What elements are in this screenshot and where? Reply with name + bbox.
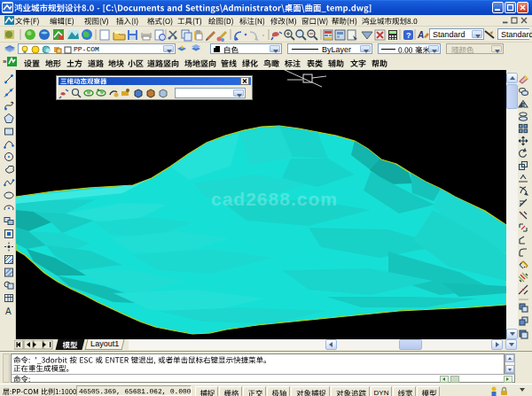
svg-text:A: A	[5, 307, 12, 316]
svg-text:?: ?	[406, 31, 411, 40]
svg-text:A: A	[417, 30, 424, 40]
svg-text:cad2688.com: cad2688.com	[211, 189, 338, 209]
